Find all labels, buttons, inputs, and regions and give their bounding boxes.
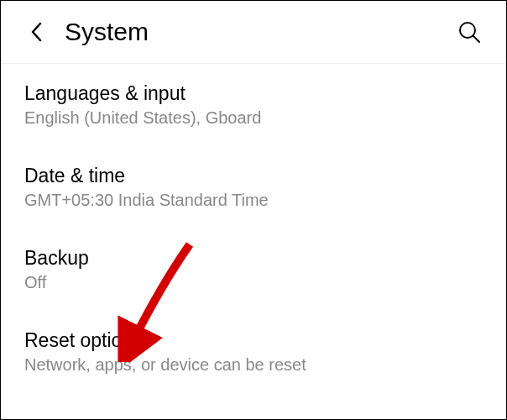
svg-line-1 — [473, 36, 479, 42]
setting-subtitle: Network, apps, or device can be reset — [24, 355, 483, 375]
setting-subtitle: Off — [24, 273, 483, 292]
setting-title: Languages & input — [24, 82, 483, 105]
setting-languages-input[interactable]: Languages & input English (United States… — [1, 64, 506, 146]
back-icon — [30, 22, 42, 42]
back-button[interactable] — [24, 20, 48, 44]
search-button[interactable] — [456, 18, 483, 45]
page-title: System — [65, 18, 456, 46]
header-bar: System — [1, 1, 506, 64]
setting-backup[interactable]: Backup Off — [1, 228, 506, 311]
setting-title: Date & time — [24, 165, 483, 187]
search-icon — [457, 20, 481, 44]
setting-reset-options[interactable]: Reset options Network, apps, or device c… — [1, 311, 506, 393]
setting-title: Backup — [24, 247, 483, 270]
settings-list: Languages & input English (United States… — [1, 64, 506, 393]
setting-subtitle: English (United States), Gboard — [24, 108, 483, 128]
setting-title: Reset options — [24, 329, 483, 352]
setting-subtitle: GMT+05:30 India Standard Time — [24, 191, 483, 210]
setting-date-time[interactable]: Date & time GMT+05:30 India Standard Tim… — [1, 146, 506, 228]
